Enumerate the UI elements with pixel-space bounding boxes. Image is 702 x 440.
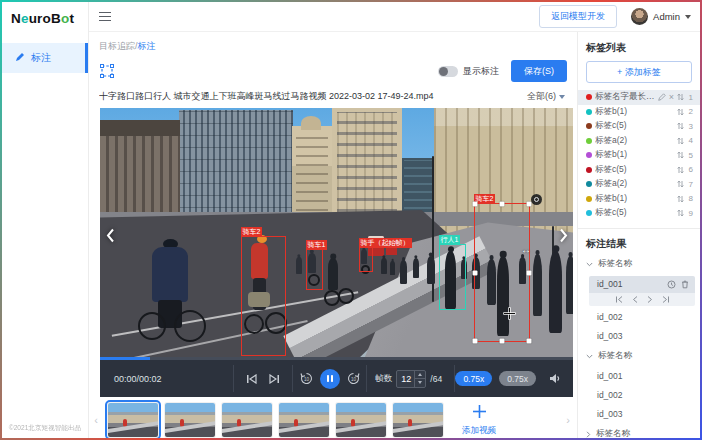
back-to-model-dev-button[interactable]: 返回模型开发 [539,5,617,28]
label-row[interactable]: 标签a(2)7 [578,177,700,192]
history-icon[interactable] [667,280,676,289]
stepper-up-icon[interactable] [415,371,425,380]
pause-button[interactable] [320,369,340,389]
label-index: 2 [687,107,693,116]
speed-pill-inactive[interactable]: 0.75x [499,371,536,386]
show-annotation-toggle[interactable] [438,66,458,77]
next-video-chevron[interactable] [556,224,570,246]
frame-number-value[interactable]: 12 [397,374,414,384]
annotation-bbox[interactable]: 骑车2 [474,203,530,342]
scene-person [413,258,419,278]
add-label-button[interactable]: + 添加标签 [586,61,692,83]
skip-to-end-button[interactable] [269,374,280,384]
video-thumbnail[interactable] [336,403,386,437]
sort-label-icon[interactable] [677,209,684,217]
box-action-icon[interactable] [531,194,542,205]
prev-video-chevron[interactable] [103,224,117,246]
stepper-down-icon[interactable] [415,379,425,387]
result-item[interactable]: id_001 [578,367,700,386]
rect-select-tool-icon[interactable] [99,63,115,79]
strip-next-chevron[interactable]: › [563,414,573,426]
resize-handle[interactable] [527,339,532,344]
user-name: Admin [653,11,680,22]
add-video-button[interactable]: 添加视频 [450,404,508,437]
first-frame-icon[interactable] [615,296,623,303]
annotation-bbox[interactable]: 骑手（起始帧） [359,247,373,272]
sort-label-icon[interactable] [677,122,684,130]
sort-label-icon[interactable] [677,137,684,145]
scene-person [328,258,338,290]
sort-label-icon[interactable] [677,195,684,203]
bbox-label: 行人1 [439,235,461,245]
resize-handle[interactable] [473,270,478,275]
resize-handle[interactable] [500,202,505,207]
label-row[interactable]: 标签c(5)3 [578,119,700,134]
video-thumbnail[interactable] [222,403,272,437]
sort-label-icon[interactable] [677,93,684,101]
volume-icon[interactable] [549,373,561,384]
delete-result-icon[interactable] [681,280,689,289]
video-thumbnail[interactable] [165,403,215,437]
video-filter-dropdown[interactable]: 全部(6) [527,90,565,103]
sidebar-item-annotate[interactable]: 标注 [2,43,88,73]
sort-label-icon[interactable] [677,108,684,116]
label-row[interactable]: 标签c(5)9 [578,206,700,221]
delete-label-icon[interactable]: × [669,93,674,101]
annotation-toolbar: 显示标注 保存(S) [89,55,577,84]
result-group-name: 标签名称 [596,428,630,438]
replay-10-button[interactable]: 10 [300,372,313,385]
edit-label-icon[interactable] [658,93,666,101]
result-item[interactable]: id_002 [578,308,700,327]
result-group-header[interactable]: 标签名称 [578,346,700,367]
result-group-header[interactable]: 标签名称 [578,424,700,439]
result-item-selected[interactable]: id_001 [589,276,695,293]
selected-result-block: id_001 [589,276,695,306]
annotation-bbox[interactable]: 骑车1 [306,249,323,290]
svg-text:10: 10 [304,377,310,382]
label-row[interactable]: 标签b(1)8 [578,192,700,207]
sort-label-icon[interactable] [677,180,684,188]
label-row[interactable]: 标签b(1)2 [578,105,700,120]
resize-handle[interactable] [500,339,505,344]
video-thumbnail[interactable] [393,403,443,437]
prev-frame-icon[interactable] [632,296,638,303]
label-name: 标签a(2) [595,178,674,190]
video-thumbnail[interactable] [279,403,329,437]
breadcrumb-parent[interactable]: 目标追踪 [99,41,135,51]
result-item[interactable]: id_003 [578,405,700,424]
resize-handle[interactable] [473,339,478,344]
result-group-name: 标签名称 [598,350,632,362]
video-canvas[interactable]: 骑车2骑车1骑手（起始帧）行人1骑车2 ↔ [100,108,573,357]
result-item[interactable]: id_002 [578,386,700,405]
label-row[interactable]: 标签a(2)4 [578,134,700,149]
result-item[interactable]: id_003 [578,327,700,346]
progress-bar[interactable] [100,357,573,360]
sort-label-icon[interactable] [677,151,684,159]
menu-collapse-icon[interactable] [99,12,111,22]
label-row[interactable]: 标签c(5)6 [578,163,700,178]
skip-to-start-button[interactable] [246,374,257,384]
user-menu[interactable]: Admin [631,8,691,25]
result-group-header[interactable]: 标签名称 [578,254,700,275]
progress-fill [100,357,150,360]
last-frame-icon[interactable] [662,296,670,303]
forward-10-button[interactable]: 10 [347,372,360,385]
chevron-down-icon [559,95,565,99]
annotation-bbox[interactable]: 行人1 [439,244,466,310]
frame-number-input[interactable]: 12 [396,370,426,388]
save-button[interactable]: 保存(S) [511,60,567,82]
breadcrumb-current[interactable]: 标注 [138,41,156,51]
resize-handle[interactable] [473,202,478,207]
resize-handle[interactable] [527,270,532,275]
sort-label-icon[interactable] [677,166,684,174]
time-display: 00:00/00:02 [100,357,233,397]
strip-prev-chevron[interactable]: ‹ [91,414,101,426]
video-thumbnail[interactable] [108,403,158,437]
annotation-bbox[interactable]: 骑车2 [241,236,286,356]
next-frame-icon[interactable] [647,296,653,303]
label-row[interactable]: 标签b(1)5 [578,148,700,163]
result-pager [589,293,695,306]
speed-pill-active[interactable]: 0.75x [455,371,492,386]
scene-wheel [138,312,166,340]
label-row[interactable]: 标签名字最长数...×1 [578,90,700,105]
